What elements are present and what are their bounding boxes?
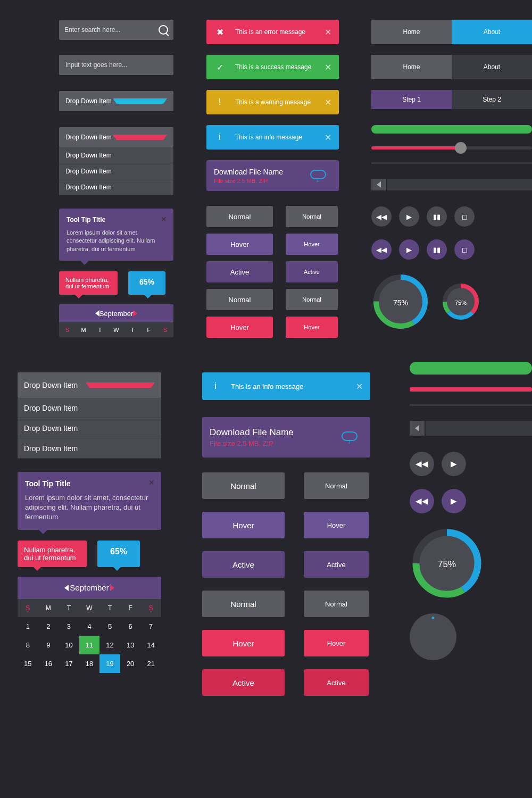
calendar-day[interactable]: 3 (59, 617, 79, 636)
nav-home[interactable]: Home (371, 55, 452, 79)
dropdown-item[interactable]: Drop Down Item (18, 438, 161, 459)
button-normal[interactable]: Normal (202, 472, 285, 499)
button-normal[interactable]: Normal (304, 472, 369, 499)
close-icon[interactable]: ✕ (148, 478, 155, 487)
download-card[interactable]: Download File NameFile size 2.5 MB, ZIP (206, 160, 339, 191)
button-hover-pink[interactable]: Hover (202, 630, 285, 656)
download-card[interactable]: Download File NameFile size 2.5 MB, ZIP (202, 417, 370, 458)
button-hover-pink[interactable]: Hover (206, 317, 273, 338)
calendar-day[interactable]: 17 (59, 654, 79, 673)
nav-home[interactable]: Home (371, 20, 452, 44)
button-normal[interactable]: Normal (206, 289, 273, 310)
calendar[interactable]: September S M T W T F S (59, 304, 173, 337)
calendar-day[interactable]: 9 (38, 636, 59, 654)
calendar-day[interactable]: 1 (18, 617, 38, 636)
rewind-button[interactable]: ◀◀ (410, 452, 434, 476)
dropdown-item[interactable]: Drop Down Item (59, 179, 173, 195)
calendar-day[interactable]: 16 (38, 654, 59, 673)
next-month-icon[interactable] (133, 310, 168, 317)
close-icon[interactable]: ✕ (325, 97, 331, 107)
close-icon[interactable]: ✕ (356, 381, 363, 392)
slider-knob[interactable] (455, 142, 467, 154)
button-hover[interactable]: Hover (202, 512, 285, 538)
close-icon[interactable]: ✕ (161, 215, 167, 223)
calendar-day[interactable]: 20 (120, 654, 141, 673)
breadcrumb[interactable] (371, 179, 532, 190)
pause-button[interactable]: ▮▮ (427, 239, 447, 260)
nav-about[interactable]: About (452, 55, 532, 79)
back-icon[interactable] (410, 421, 425, 436)
step-progress[interactable]: Step 1Step 2 (371, 90, 532, 109)
calendar-day[interactable]: 8 (18, 636, 38, 654)
calendar-day[interactable]: 6 (120, 617, 141, 636)
cloud-download-icon[interactable] (310, 170, 326, 179)
media-controls-grey[interactable]: ◀◀ ▶ (410, 452, 532, 476)
breadcrumb[interactable] (410, 421, 532, 436)
calendar-day[interactable]: 14 (140, 636, 161, 654)
calendar-day[interactable]: 11 (79, 636, 100, 654)
stop-button[interactable]: ◻ (454, 239, 475, 260)
slider[interactable] (371, 146, 532, 149)
dropdown-closed[interactable]: Drop Down Item (59, 91, 173, 111)
button-normal[interactable]: Normal (202, 591, 285, 617)
dropdown-item[interactable]: Drop Down Item (18, 398, 161, 418)
prev-month-icon[interactable] (64, 310, 99, 317)
button-active[interactable]: Active (286, 261, 338, 282)
button-normal[interactable]: Normal (206, 206, 273, 227)
close-icon[interactable]: ✕ (325, 132, 331, 143)
calendar-day[interactable]: 21 (140, 654, 161, 673)
button-normal[interactable]: Normal (286, 206, 338, 227)
calendar-day[interactable]: 5 (99, 617, 120, 636)
step-1[interactable]: Step 1 (371, 90, 452, 109)
search-icon[interactable] (159, 25, 168, 35)
calendar-day[interactable]: 12 (99, 636, 120, 654)
button-active[interactable]: Active (304, 551, 369, 578)
dropdown-open[interactable]: Drop Down Item Drop Down Item Drop Down … (59, 127, 173, 195)
next-month-icon[interactable] (110, 585, 156, 591)
calendar-day[interactable]: 4 (79, 617, 100, 636)
button-active-pink[interactable]: Active (304, 669, 369, 696)
nav-tabs-alt[interactable]: HomeAbout (371, 55, 532, 79)
calendar-day[interactable]: 18 (79, 654, 100, 673)
nav-about[interactable]: About (452, 20, 532, 44)
button-hover-pink[interactable]: Hover (304, 630, 369, 656)
close-icon[interactable]: ✕ (325, 27, 331, 37)
calendar-day[interactable]: 10 (59, 636, 79, 654)
text-input[interactable]: Input text goes here... (59, 55, 173, 75)
button-hover[interactable]: Hover (286, 234, 338, 255)
button-normal[interactable]: Normal (304, 591, 369, 617)
rewind-button[interactable]: ◀◀ (410, 489, 434, 513)
calendar-day[interactable]: 2 (38, 617, 59, 636)
media-controls-purple[interactable]: ◀◀ ▶ (410, 489, 532, 513)
search-input[interactable] (64, 26, 159, 34)
play-button[interactable]: ▶ (399, 206, 419, 227)
play-button[interactable]: ▶ (442, 452, 466, 476)
calendar-day[interactable]: 7 (140, 617, 161, 636)
search-field[interactable] (59, 20, 173, 40)
cloud-download-icon[interactable] (342, 431, 358, 441)
back-icon[interactable] (371, 179, 386, 190)
calendar-full[interactable]: September S M T W T F S 1234567891011121… (18, 577, 161, 673)
button-normal[interactable]: Normal (286, 289, 338, 310)
button-active[interactable]: Active (206, 261, 273, 282)
dropdown-open[interactable]: Drop Down Item Drop Down Item Drop Down … (18, 372, 161, 459)
calendar-day[interactable]: 15 (18, 654, 38, 673)
play-button[interactable]: ▶ (399, 239, 419, 260)
button-active-pink[interactable]: Active (202, 669, 285, 696)
button-hover[interactable]: Hover (304, 512, 369, 538)
rewind-button[interactable]: ◀◀ (371, 239, 392, 260)
dropdown-item[interactable]: Drop Down Item (18, 418, 161, 438)
stop-button[interactable]: ◻ (454, 206, 475, 227)
step-2[interactable]: Step 2 (452, 90, 532, 109)
calendar-day[interactable]: 13 (120, 636, 141, 654)
button-active[interactable]: Active (202, 551, 285, 578)
button-hover-pink[interactable]: Hover (286, 317, 338, 338)
media-controls-purple[interactable]: ◀◀ ▶ ▮▮ ◻ (371, 239, 532, 260)
nav-tabs[interactable]: HomeAbout (371, 20, 532, 44)
dropdown-item[interactable]: Drop Down Item (59, 163, 173, 179)
pause-button[interactable]: ▮▮ (427, 206, 447, 227)
close-icon[interactable]: ✕ (325, 62, 331, 72)
slider[interactable] (410, 387, 532, 392)
prev-month-icon[interactable] (23, 585, 69, 591)
button-hover[interactable]: Hover (206, 234, 273, 255)
